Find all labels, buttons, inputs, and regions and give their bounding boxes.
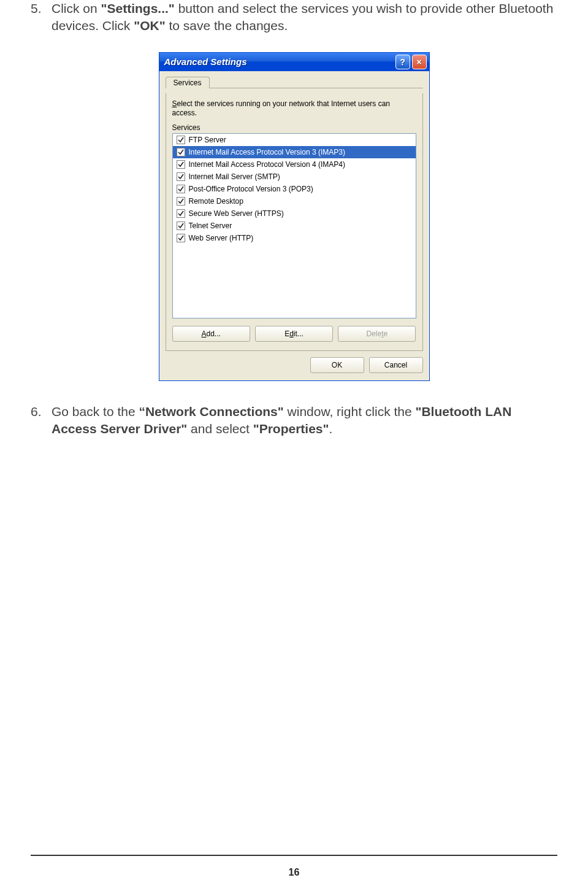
titlebar[interactable]: Advanced Settings ? × bbox=[159, 53, 429, 71]
service-label: Remote Desktop bbox=[189, 197, 243, 206]
cancel-button[interactable]: Cancel bbox=[369, 357, 423, 373]
instruction-step-6: 6. Go back to the “Network Connections" … bbox=[31, 403, 557, 438]
checkbox-icon[interactable] bbox=[177, 197, 185, 206]
help-icon: ? bbox=[400, 57, 405, 67]
service-label: Internet Mail Access Protocol Version 3 … bbox=[189, 148, 345, 156]
service-item[interactable]: Remote Desktop bbox=[173, 195, 416, 207]
service-label: Telnet Server bbox=[189, 222, 232, 230]
service-label: Post-Office Protocol Version 3 (POP3) bbox=[189, 185, 313, 193]
panel-description: Select the services running on your netw… bbox=[172, 99, 416, 118]
service-item[interactable]: FTP Server bbox=[173, 134, 416, 146]
advanced-settings-dialog: Advanced Settings ? × Services Select th… bbox=[159, 52, 430, 381]
step-number: 5. bbox=[31, 0, 52, 35]
ok-label: OK bbox=[332, 361, 342, 369]
delete-button: Delete bbox=[338, 326, 416, 342]
bold-ok: "OK" bbox=[134, 18, 165, 33]
ok-button[interactable]: OK bbox=[310, 357, 364, 373]
service-item[interactable]: Internet Mail Access Protocol Version 4 … bbox=[173, 158, 416, 171]
service-label: FTP Server bbox=[189, 136, 226, 144]
checkbox-icon[interactable] bbox=[177, 148, 185, 156]
text: to save the changes. bbox=[166, 18, 288, 33]
cancel-label: Cancel bbox=[384, 361, 407, 369]
bold-settings: "Settings..." bbox=[101, 1, 175, 15]
service-label: Web Server (HTTP) bbox=[189, 234, 254, 242]
service-item[interactable]: Internet Mail Access Protocol Version 3 … bbox=[173, 146, 416, 158]
service-item[interactable]: Secure Web Server (HTTPS) bbox=[173, 207, 416, 220]
services-list[interactable]: FTP ServerInternet Mail Access Protocol … bbox=[172, 133, 416, 318]
checkbox-icon[interactable] bbox=[177, 209, 185, 218]
page-rule bbox=[31, 855, 557, 856]
text: Click on bbox=[52, 1, 101, 15]
help-button[interactable]: ? bbox=[395, 55, 410, 69]
service-item[interactable]: Web Server (HTTP) bbox=[173, 232, 416, 244]
service-item[interactable]: Telnet Server bbox=[173, 220, 416, 232]
text: Go back to the bbox=[52, 404, 139, 418]
instruction-step-5: 5. Click on "Settings..." button and sel… bbox=[31, 0, 557, 35]
edit-button[interactable]: Edit... bbox=[255, 326, 333, 342]
close-button[interactable]: × bbox=[412, 55, 427, 69]
checkbox-icon[interactable] bbox=[177, 222, 185, 230]
tab-services[interactable]: Services bbox=[166, 77, 210, 88]
page-number: 16 bbox=[0, 867, 588, 878]
checkbox-icon[interactable] bbox=[177, 185, 185, 193]
service-label: Internet Mail Server (SMTP) bbox=[189, 172, 280, 181]
services-panel: Select the services running on your netw… bbox=[166, 93, 423, 351]
service-label: Internet Mail Access Protocol Version 4 … bbox=[189, 160, 345, 169]
add-button[interactable]: Add... bbox=[172, 326, 250, 342]
text: . bbox=[329, 422, 332, 436]
service-item[interactable]: Internet Mail Server (SMTP) bbox=[173, 171, 416, 183]
checkbox-icon[interactable] bbox=[177, 136, 185, 144]
close-icon: × bbox=[416, 57, 421, 67]
service-label: Secure Web Server (HTTPS) bbox=[189, 209, 284, 218]
service-item[interactable]: Post-Office Protocol Version 3 (POP3) bbox=[173, 183, 416, 195]
dialog-title: Advanced Settings bbox=[164, 56, 394, 67]
bold-properties: "Properties" bbox=[253, 422, 329, 436]
text: window, right click the bbox=[284, 404, 416, 418]
list-label: Services bbox=[172, 123, 416, 132]
bold-network-connections: “Network Connections" bbox=[139, 404, 283, 418]
step-number: 6. bbox=[31, 403, 52, 438]
tab-label: Services bbox=[174, 79, 202, 87]
text: and select bbox=[187, 422, 253, 436]
checkbox-icon[interactable] bbox=[177, 234, 185, 242]
checkbox-icon[interactable] bbox=[177, 172, 185, 181]
checkbox-icon[interactable] bbox=[177, 160, 185, 169]
